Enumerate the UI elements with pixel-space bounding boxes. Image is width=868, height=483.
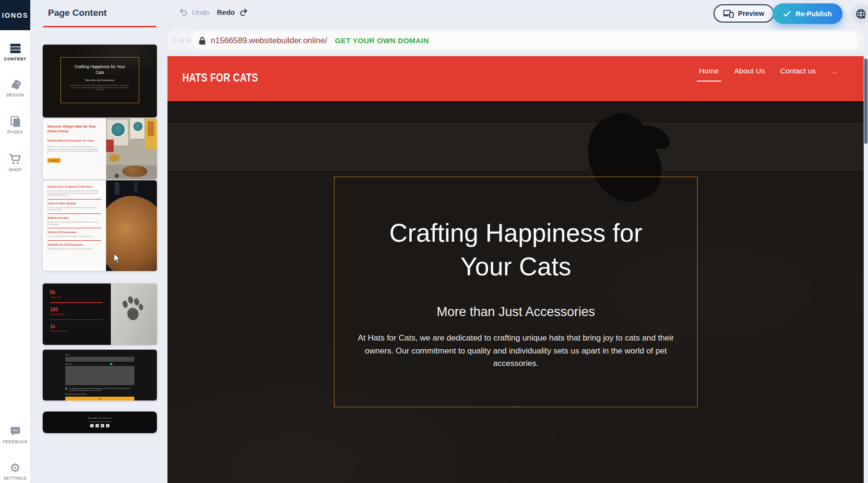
nav-item-contact[interactable]: Contact us [780, 67, 816, 75]
facebook-icon: f [90, 424, 94, 427]
thumb-stat-value: 150 [50, 307, 111, 312]
thumb-form-emoji-icon [110, 363, 112, 365]
section-scroll-divider [43, 26, 156, 27]
thumb-feature-body: From birthdays to parties, our hats are … [48, 248, 101, 250]
redo-button[interactable]: Redo [217, 8, 249, 16]
get-domain-link[interactable]: GET YOUR OWN DOMAIN [335, 36, 429, 45]
thumb-feature-body: Our hats fit comfortably and securely, s… [48, 236, 101, 238]
sidebar-item-shop[interactable]: SHOP [0, 153, 30, 172]
cart-icon [9, 153, 22, 165]
url-pill: n1566589.websitebuilder.online/ GET YOUR… [192, 32, 859, 49]
sidebar-item-content[interactable]: CONTENT [0, 42, 30, 61]
content-lines-icon [9, 42, 22, 55]
pages-icon [9, 115, 22, 128]
gear-icon: ⚙ [10, 461, 20, 474]
thumb-form-checkbox [65, 388, 67, 389]
hero-content-box[interactable]: Crafting Happiness forYour Cats More tha… [334, 177, 698, 407]
page-title: Page Content [48, 8, 107, 18]
app-sidebar: IONOS CONTENT DESIGN PAGES SHOP [0, 0, 31, 483]
sidebar-item-feedback[interactable]: FEEDBACK [0, 425, 30, 444]
thumb-hero-box: Crafting Happiness for Your Cats More th… [60, 57, 139, 103]
thumb-features-list: Explore Our Exquisite Collection Dive in… [43, 180, 106, 271]
browser-bar: n1566589.websitebuilder.online/ GET YOUR… [167, 30, 864, 51]
hero-background-band [167, 123, 864, 171]
hero-title-line2: Your Cats [461, 252, 571, 281]
nav-item-more[interactable]: ... [831, 67, 837, 75]
thumb-feature-body: Dive into our range of cat hats and acce… [48, 190, 101, 197]
undo-label: Undo [192, 8, 209, 16]
sidebar-item-label: FEEDBACK [3, 439, 28, 444]
thumb-stat-value: 5k [50, 290, 111, 295]
sidebar-item-settings[interactable]: ⚙ SETTINGS [0, 461, 30, 481]
thumb-intro-body: At Hats for Cats, we specialize in beaut… [48, 146, 99, 154]
hero-subtitle[interactable]: More than Just Accessories [437, 305, 595, 319]
thumb-stats-list: 5k Happy Cats 150 Unique Designs 1k Repe… [43, 283, 111, 345]
site-logo[interactable]: HATS FOR CATS [182, 71, 258, 84]
site-nav: Home About Us Contact us ... [699, 67, 837, 75]
thumb-stat-label: Unique Designs [50, 313, 111, 316]
preview-label: Preview [738, 10, 764, 17]
thumb-hero-title: Crafting Happiness for Your Cats [71, 64, 129, 75]
thumb-feature-body: Each hat is meticulously designed and cr… [48, 207, 101, 211]
canvas-scrollbar-thumb[interactable] [864, 59, 868, 144]
hero-title[interactable]: Crafting Happiness forYour Cats [389, 216, 642, 283]
thumb-feature-heading: Stylish Designs [48, 216, 101, 219]
nav-item-about[interactable]: About Us [734, 67, 765, 75]
preview-button[interactable]: Preview [713, 4, 774, 23]
thumbnail-intro-section[interactable]: Discover Unique Hats for Your Feline Fri… [43, 118, 157, 179]
hero-title-line1: Crafting Happiness for [389, 219, 642, 247]
paw-print-photo [111, 283, 157, 345]
thumb-footer-nav: Home About Us Contact us [88, 417, 112, 419]
hero-body-text[interactable]: At Hats for Cats, we are dedicated to cr… [356, 332, 676, 370]
lock-icon [199, 36, 206, 45]
instagram-icon: ◎ [106, 424, 109, 427]
thumbnail-features-section[interactable]: Explore Our Exquisite Collection Dive in… [43, 180, 157, 271]
thumb-footer-copyright: ©Copyright. All rights reserved. [89, 421, 111, 423]
thumb-stat-label: Happy Cats [50, 296, 111, 298]
thumb-feature-heading: Suitable for All Occasions [48, 243, 101, 246]
feedback-bubble-icon [9, 425, 22, 437]
ionos-logo-text: IONOS [2, 12, 28, 19]
thumb-stat-label: Repeat Customers [50, 330, 111, 332]
thumb-form-message-input [65, 366, 134, 385]
youtube-icon: ▶ [101, 424, 104, 427]
undo-button[interactable]: Undo [178, 8, 209, 16]
thumbnail-stats-section[interactable]: 5k Happy Cats 150 Unique Designs 1k Repe… [43, 283, 157, 345]
sidebar-item-pages[interactable]: PAGES [0, 115, 30, 134]
design-tags-icon [9, 78, 22, 91]
redo-icon [239, 8, 249, 16]
site-url: n1566589.websitebuilder.online/ [211, 36, 327, 46]
thumbnail-form-section[interactable]: Name* Message I hereby agree that this d… [43, 350, 157, 401]
thumbnail-hero-section[interactable]: Crafting Happiness for Your Cats More th… [43, 45, 157, 118]
x-icon: x [95, 424, 99, 427]
mouse-cursor [113, 253, 120, 263]
site-header[interactable]: HATS FOR CATS Home About Us Contact us .… [167, 56, 864, 101]
thumb-hero-body: At Hats for Cats, we are dedicated to cr… [70, 84, 130, 91]
window-dots [172, 38, 191, 43]
redo-label: Redo [217, 8, 235, 16]
nav-item-home[interactable]: Home [699, 67, 719, 75]
devices-icon [723, 10, 734, 18]
sidebar-item-design[interactable]: DESIGN [0, 78, 30, 97]
thumb-intro-heading1: Discover Unique Hats for Your Feline Fri… [48, 124, 101, 133]
sidebar-item-label: SETTINGS [3, 476, 26, 481]
check-icon [783, 11, 791, 17]
thumbnail-footer-section[interactable]: Home About Us Contact us ©Copyright. All… [43, 412, 157, 433]
thumb-form-consent-text: I hereby agree that this data will be st… [69, 388, 133, 391]
thumb-stat-value: 1k [50, 324, 111, 329]
sidebar-item-label: PAGES [7, 130, 23, 134]
thumb-form-message-label: Message [65, 363, 71, 365]
thumb-feature-heading: Hand-Crafted Quality [48, 202, 101, 205]
thumb-feature-heading: Perfect Fit Guarantee [48, 231, 101, 234]
thumb-footer-social-icons: f x ▶ ◎ [90, 424, 109, 427]
thumb-intro-text: Discover Unique Hats for Your Feline Fri… [43, 118, 106, 179]
thumb-form-name-label: Name* [65, 354, 134, 356]
republish-button[interactable]: Re-Publish [773, 3, 843, 24]
thumb-feature-body: We offer a diverse range of designs, fro… [48, 221, 101, 225]
hero-section[interactable]: Crafting Happiness forYour Cats More tha… [167, 101, 864, 483]
sidebar-item-label: DESIGN [6, 93, 24, 97]
language-globe-button[interactable] [851, 4, 868, 24]
ionos-logo[interactable]: IONOS [0, 0, 30, 30]
undo-icon [178, 8, 188, 16]
thumb-intro-button: Shop Now [48, 158, 60, 163]
